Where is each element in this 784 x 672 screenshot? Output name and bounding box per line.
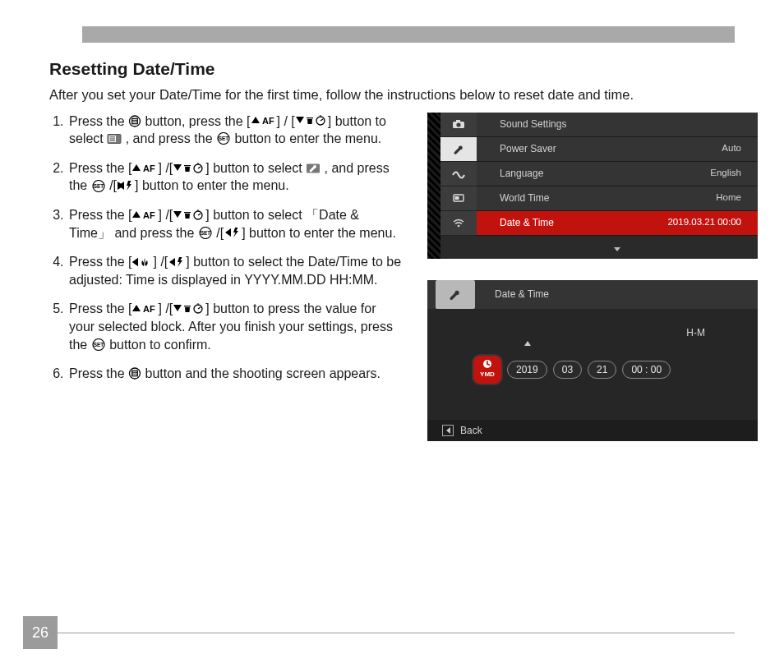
menu-more-indicator <box>477 241 758 259</box>
svg-marker-31 <box>132 258 138 266</box>
dt-month: 03 <box>553 361 582 379</box>
step-3: Press the [AF] /[] button to select 「Dat… <box>67 206 403 242</box>
svg-text:SET: SET <box>200 230 210 236</box>
up-af-icon: AF <box>251 115 277 127</box>
menu-row-sound: Sound Settings <box>477 113 758 137</box>
svg-point-45 <box>456 123 460 127</box>
svg-text:AF: AF <box>262 116 274 126</box>
tab-wrench-icon <box>440 137 477 162</box>
right-flash-icon <box>117 180 135 192</box>
svg-text:AF: AF <box>143 210 155 220</box>
ymd-icon: YMD <box>473 356 501 384</box>
svg-marker-6 <box>296 117 304 123</box>
svg-point-39 <box>130 368 141 379</box>
down-delete-timer-icon <box>173 209 205 221</box>
svg-marker-35 <box>173 305 182 311</box>
svg-text:SET: SET <box>93 183 104 189</box>
svg-marker-32 <box>169 258 175 266</box>
svg-marker-33 <box>132 305 141 311</box>
svg-rect-1 <box>132 118 138 123</box>
set-icon: SET <box>216 132 231 145</box>
svg-text:AF: AF <box>143 304 155 314</box>
settings-menu-screenshot: Sound Settings Power SaverAuto LanguageE… <box>427 113 758 259</box>
down-delete-timer-icon <box>173 162 205 174</box>
step-5: Press the [AF] /[] button to press the v… <box>67 300 403 353</box>
svg-point-50 <box>487 363 488 365</box>
dt-year: 2019 <box>507 361 547 379</box>
svg-marker-25 <box>173 211 182 218</box>
right-flash-icon <box>224 227 242 239</box>
instructions-column: Press the button, press the [AF] / [] bu… <box>49 113 403 441</box>
step-2: Press the [AF] /[] button to select , an… <box>67 159 403 195</box>
dt-day: 21 <box>588 361 616 379</box>
chevron-down-icon <box>614 247 620 251</box>
menu-row-power-saver: Power SaverAuto <box>477 137 758 162</box>
svg-text:AF: AF <box>143 163 155 173</box>
up-af-icon: AF <box>131 209 158 221</box>
page-title: Resetting Date/Time <box>49 58 735 81</box>
svg-point-0 <box>130 116 141 127</box>
date-time-screenshot: Date & Time H-M YMD 2019 03 21 00 : 00 <box>427 280 758 441</box>
svg-marker-16 <box>173 164 182 171</box>
svg-rect-44 <box>456 120 460 122</box>
set-icon: SET <box>91 338 106 351</box>
hm-label: H-M <box>686 326 705 339</box>
svg-point-48 <box>458 225 460 228</box>
svg-text:SET: SET <box>219 136 229 141</box>
menu-icon <box>128 367 141 380</box>
menu-row-language: LanguageEnglish <box>477 162 758 186</box>
menu-row-date-time: Date & Time2019.03.21 00:00 <box>477 211 758 236</box>
step-1: Press the button, press the [AF] / [] bu… <box>67 113 403 148</box>
tab-wifi-icon <box>440 211 477 236</box>
footer-rule <box>58 633 735 633</box>
back-left-icon <box>442 425 454 436</box>
down-delete-timer-icon <box>173 303 205 315</box>
up-af-icon: AF <box>131 303 158 315</box>
down-delete-timer-icon <box>295 115 328 127</box>
right-flash-icon <box>168 255 186 268</box>
svg-rect-47 <box>455 196 459 200</box>
svg-marker-23 <box>132 211 141 218</box>
date-time-title: Date & Time <box>495 288 549 301</box>
svg-marker-4 <box>251 117 260 123</box>
left-macro-icon <box>131 255 153 268</box>
menu-row-world-time: World TimeHome <box>477 186 758 211</box>
set-icon: SET <box>91 180 106 192</box>
arrow-up-icon <box>524 341 531 346</box>
svg-rect-40 <box>132 371 138 376</box>
tab-camera-icon <box>440 113 477 137</box>
svg-marker-14 <box>132 164 141 171</box>
step-4: Press the [] /[] button to select the Da… <box>67 253 403 288</box>
up-af-icon: AF <box>131 162 158 174</box>
page-number: 26 <box>23 616 58 649</box>
svg-marker-29 <box>225 228 231 237</box>
wrench-tile-icon <box>436 280 475 309</box>
tab-display-icon <box>440 186 477 211</box>
set-icon: SET <box>198 227 213 239</box>
wrench-tile-icon <box>306 162 321 174</box>
header-bar <box>82 26 735 43</box>
tab-connection-icon <box>440 162 477 186</box>
menu-icon <box>128 115 141 127</box>
svg-text:SET: SET <box>93 342 104 348</box>
intro-text: After you set your Date/Time for the fir… <box>49 85 735 104</box>
back-bar: Back <box>427 420 758 441</box>
menu-rect-icon <box>107 132 122 145</box>
step-6: Press the button and the shooting screen… <box>67 365 403 383</box>
dt-time: 00 : 00 <box>622 361 671 379</box>
back-label: Back <box>460 424 482 437</box>
